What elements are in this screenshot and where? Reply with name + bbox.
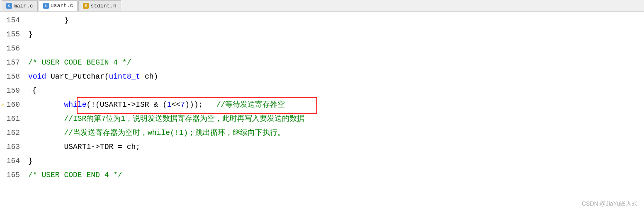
param-158: ch)	[140, 70, 158, 84]
tab-label-usart-c: usart.c	[51, 2, 73, 9]
code-line-163: USART1->TDR = ch;	[28, 140, 644, 154]
line-numbers: 154 155 156 157 158 159 160 161 162 163 …	[0, 12, 25, 211]
code-line-160: while (!( USART1->ISR & ( 1 << 7 ))); //…	[28, 98, 644, 112]
code-line-162: //当发送寄存器为空时，while(!1)；跳出循环，继续向下执行。	[28, 126, 644, 140]
brace-close-164: }	[28, 154, 33, 168]
paren-close-160: )));	[185, 98, 203, 112]
code-lines: } } /* USER CODE BEGIN 4 */ void Uart_Pu…	[25, 12, 644, 211]
code-line-164: }	[28, 154, 644, 168]
code-line-161: //ISR的第7位为1，说明发送数据寄存器为空，此时再写入要发送的数据	[28, 112, 644, 126]
tab-usart-c[interactable]: c usart.c	[39, 0, 78, 11]
space-158a	[46, 70, 51, 84]
comment-162: //当发送寄存器为空时，while(!1)；跳出循环，继续向下执行。	[28, 126, 285, 140]
comment-157: /* USER CODE BEGIN 4 */	[28, 55, 131, 70]
tab-stdint-h[interactable]: h stdint.h	[78, 0, 121, 11]
comment-165: /* USER CODE END 4 */	[28, 168, 122, 182]
code-line-154: }	[28, 13, 644, 27]
line-num-163: 163	[0, 140, 25, 154]
code-line-155: }	[28, 27, 644, 41]
line-num-158: 158	[0, 70, 25, 84]
num7-160: 7	[180, 98, 185, 112]
line-num-165: 165	[0, 168, 25, 182]
indent-160	[28, 98, 64, 112]
void-kw-158: void	[28, 70, 46, 84]
line-num-159: 159	[0, 84, 25, 98]
brace-open-159: {	[32, 84, 36, 98]
comment-161: //ISR的第7位为1，说明发送数据寄存器为空，此时再写入要发送的数据	[28, 112, 304, 126]
indent-154: }	[28, 13, 68, 27]
line-num-156: 156	[0, 41, 25, 55]
code-line-159: ▫ {	[28, 84, 644, 98]
space-comment-160	[203, 98, 216, 112]
tab-label-main-c: main.c	[14, 3, 33, 9]
code-line-165: /* USER CODE END 4 */	[28, 168, 644, 182]
while-kw-160: while	[64, 98, 86, 112]
tab-icon-usart-c: c	[43, 3, 49, 9]
assign-163: = ch;	[113, 140, 140, 154]
line-num-164: 164	[0, 154, 25, 168]
comment-160: //等待发送寄存器空	[216, 98, 285, 112]
tab-icon-stdint-h: h	[83, 3, 89, 9]
indent-163	[28, 140, 64, 154]
usart1-tdr-163: USART1->TDR	[64, 140, 113, 154]
line-num-162: 162	[0, 126, 25, 140]
code-line-157: /* USER CODE BEGIN 4 */	[28, 55, 644, 70]
tab-icon-main-c: c	[6, 3, 12, 9]
num1-160: 1	[167, 98, 172, 112]
fold-icon-159: ▫	[28, 84, 31, 98]
amp-160: &	[149, 98, 163, 112]
tab-main-c[interactable]: c main.c	[2, 0, 38, 11]
paren-open-160: (!(	[86, 98, 100, 112]
code-line-156	[28, 41, 644, 55]
line-num-160: 160	[0, 98, 25, 112]
watermark: CSDN @JiaYu嵌入式	[582, 200, 637, 208]
code-area: 154 155 156 157 158 159 160 161 162 163 …	[0, 12, 644, 211]
brace-155: }	[28, 27, 33, 41]
editor-container: c main.c c usart.c h stdint.h 154 155 15…	[0, 0, 644, 211]
uint8-kw-158: uint8_t	[109, 70, 140, 84]
usart1-160: USART1->ISR	[100, 98, 149, 112]
line-num-157: 157	[0, 55, 25, 70]
tab-label-stdint-h: stdint.h	[90, 3, 116, 9]
paren2-160: (	[163, 98, 167, 112]
empty-156	[28, 41, 33, 55]
line-num-155: 155	[0, 27, 25, 41]
func-158: Uart_Putchar(	[51, 70, 109, 84]
line-num-161: 161	[0, 112, 25, 126]
code-line-158: void Uart_Putchar( uint8_t ch)	[28, 70, 644, 84]
shift-160: <<	[172, 98, 181, 112]
tab-bar: c main.c c usart.c h stdint.h	[0, 0, 644, 12]
line-num-154: 154	[0, 13, 25, 27]
